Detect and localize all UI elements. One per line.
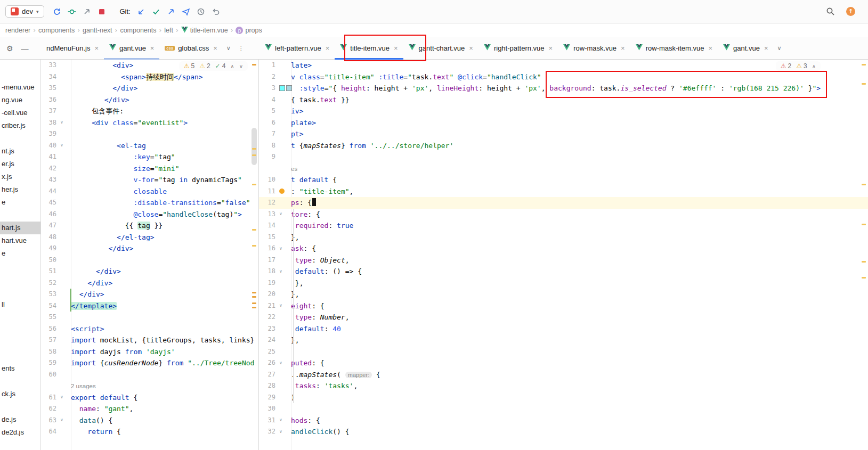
tree-item[interactable]: er.js [0,158,40,170]
right-editor[interactable]: 1late>2v class="title-item" :title="task… [259,60,868,450]
tab-options-icon[interactable]: ⋮ [234,45,248,52]
tree-item[interactable]: hart.vue [0,234,40,247]
tab-global.css[interactable]: cssglobal.css× [159,37,222,59]
code-line[interactable]: 4{ task.text }} [259,94,868,106]
line-number[interactable]: 3 [259,83,278,94]
code-line[interactable]: 30 [259,403,868,415]
tab-gant.vue[interactable]: gant.vue× [104,37,159,59]
code-line[interactable]: 57import mockList, {titleGroups, tasks, … [41,334,258,346]
tab-row-mask.vue[interactable]: row-mask.vue× [558,37,630,59]
line-number[interactable]: 28 [259,380,278,392]
error-stripe[interactable] [251,60,257,450]
tab-dropdown-icon[interactable]: ∨ [774,45,785,52]
line-number[interactable]: 2 [259,71,278,83]
line-number[interactable]: 59 [41,357,59,369]
line-number[interactable]: 19 [259,277,278,289]
inspection-count[interactable]: ⚠5 [184,62,194,70]
line-number[interactable] [41,380,59,392]
code-line[interactable]: 41 :key="tag" [41,151,258,163]
line-number[interactable]: 10 [259,174,278,186]
update-notification-icon[interactable]: ↑ [846,7,855,16]
code-line[interactable]: 12ps: { [259,197,868,209]
code-line[interactable]: 64 return { [41,426,258,438]
left-editor[interactable]: 33 <div>34 <span>持续时间</span>35 </div>36 … [41,60,259,450]
tree-item[interactable]: x.js [0,170,40,183]
code-line[interactable]: es [259,163,868,175]
line-number[interactable]: 49 [41,243,59,255]
push-icon[interactable] [79,4,94,19]
code-line[interactable]: 49 </div> [41,243,258,255]
code-line[interactable]: 51 </div> [41,266,258,277]
line-number[interactable]: 24 [259,334,278,346]
code-line[interactable]: 40∨ <el-tag [41,140,258,152]
tree-item[interactable]: ll [0,298,40,311]
code-line[interactable]: 61∨export default { [41,392,258,404]
tab-close-icon[interactable]: × [469,44,473,52]
tree-item[interactable]: her.js [0,183,40,196]
rollback-icon[interactable] [208,4,223,19]
code-line[interactable]: 8t {mapStates} from '../../store/helper' [259,140,868,152]
search-icon[interactable] [823,4,838,19]
tab-ndMenuFun.js[interactable]: ndMenuFun.js× [41,37,104,59]
next-issue-icon[interactable]: ∨ [239,63,243,69]
tab-left-pattern.vue[interactable]: left-pattern.vue× [259,37,335,59]
tab-dropdown-icon[interactable]: ∨ [223,45,234,52]
code-line[interactable]: 3 :style="{ height: height + 'px', lineH… [259,83,868,94]
line-number[interactable]: 27 [259,369,278,381]
code-line[interactable]: 45 :disable-transitions="false" [41,197,258,209]
code-line[interactable]: 22 type: Number, [259,312,868,323]
code-line[interactable]: 34 <span>持续时间</span> [41,71,258,83]
breadcrumb-item[interactable]: gantt-next [80,27,115,34]
tree-item[interactable]: -cell.vue [0,107,40,119]
fold-icon[interactable]: ∨ [60,395,63,399]
tree-item[interactable]: de.js [0,413,40,426]
code-line[interactable]: 55 [41,312,258,323]
code-line[interactable]: 46 @close="handleClose(tag)"> [41,209,258,220]
branch-selector[interactable]: dev ▾ [5,5,44,18]
line-number[interactable]: 12 [259,197,278,209]
line-number[interactable]: 56 [41,323,59,335]
inspection-count[interactable]: ⚠2 [199,62,210,70]
git-update-icon[interactable] [134,4,149,19]
line-number[interactable]: 36 [41,94,59,106]
tree-item[interactable]: ents [0,362,40,375]
line-number[interactable]: 4 [259,94,278,106]
line-number[interactable]: 20 [259,289,278,300]
code-line[interactable]: 29) [259,392,868,404]
tree-item[interactable]: e [0,247,40,260]
code-line[interactable]: 35 </div> [41,83,258,94]
fold-icon[interactable]: ∨ [60,120,63,125]
line-number[interactable]: 33 [41,60,59,71]
tab-row-mask-item.vue[interactable]: row-mask-item.vue× [630,37,718,59]
code-line[interactable]: 14 required: true [259,220,868,232]
code-line[interactable]: 37 包含事件: [41,105,258,117]
code-line[interactable]: 48 </el-tag> [41,232,258,243]
line-number[interactable]: 5 [259,105,278,117]
tree-item[interactable] [0,260,40,273]
tab-right-pattern.vue[interactable]: right-pattern.vue× [478,37,558,59]
code-line[interactable]: 25 [259,346,868,358]
tree-item[interactable]: criber.js [0,119,40,132]
line-number[interactable]: 51 [41,266,59,277]
line-number[interactable]: 44 [41,186,59,198]
line-number[interactable]: 6 [259,117,278,129]
code-line[interactable]: 10t default { [259,174,868,186]
tree-item[interactable]: de2d.js [0,426,40,439]
line-number[interactable]: 42 [41,163,59,175]
line-number[interactable]: 57 [41,334,59,346]
fold-icon[interactable]: ∨ [60,143,63,148]
code-line[interactable]: 58import dayjs from 'dayjs' [41,346,258,358]
code-line[interactable]: 50 [41,255,258,266]
line-number[interactable]: 25 [259,346,278,358]
code-line[interactable]: 43 v-for="tag in dynamicTags" [41,174,258,186]
line-number[interactable]: 45 [41,197,59,209]
line-number[interactable]: 38 [41,117,59,129]
breadcrumb-item[interactable]: components [36,27,77,34]
tree-item[interactable] [0,273,40,285]
line-number[interactable]: 47 [41,220,59,232]
line-number[interactable]: 55 [41,312,59,323]
tab-close-icon[interactable]: × [150,44,155,52]
line-number[interactable]: 9 [259,151,278,163]
color-swatch[interactable] [286,85,292,91]
code-line[interactable]: 36 </div> [41,94,258,106]
